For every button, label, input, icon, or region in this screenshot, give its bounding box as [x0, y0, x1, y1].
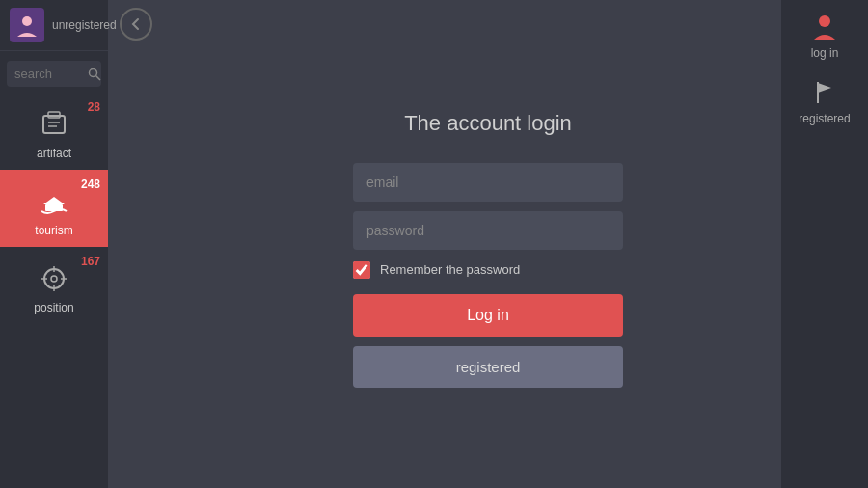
nav-items: 28 artifact 248: [0, 93, 108, 488]
sidebar-item-artifact[interactable]: 28 artifact: [0, 93, 108, 170]
tourism-label: tourism: [35, 224, 72, 237]
sidebar: unregistered 28 artifact 248: [0, 0, 108, 488]
login-button[interactable]: Log in: [353, 294, 623, 337]
back-icon: [128, 16, 144, 32]
login-form-container: The account login Remember the password …: [108, 48, 868, 488]
registered-label: registered: [799, 112, 850, 125]
email-field[interactable]: [353, 163, 623, 202]
artifact-icon: [36, 106, 72, 143]
password-field[interactable]: [353, 211, 623, 250]
svg-point-1: [22, 16, 32, 26]
svg-point-10: [51, 276, 57, 282]
search-bar[interactable]: [7, 61, 101, 87]
flag-icon: [807, 75, 842, 110]
topbar: [108, 0, 868, 48]
svg-point-15: [819, 15, 830, 27]
artifact-label: artifact: [37, 147, 71, 160]
remember-checkbox[interactable]: [353, 261, 370, 279]
position-badge: 167: [81, 255, 100, 268]
remember-row: Remember the password: [353, 259, 623, 281]
person-icon: [807, 10, 842, 44]
right-item-login[interactable]: log in: [807, 10, 842, 60]
tourism-badge: 248: [81, 177, 100, 191]
username-label: unregistered: [52, 18, 117, 32]
main-area: The account login Remember the password …: [108, 0, 868, 488]
right-panel: log in registered: [781, 0, 868, 488]
login-label: log in: [811, 46, 839, 60]
search-icon: [88, 68, 101, 81]
sidebar-item-position[interactable]: 167 position: [0, 247, 108, 324]
remember-label: Remember the password: [380, 262, 520, 277]
form-title: The account login: [404, 111, 572, 136]
svg-line-3: [96, 75, 101, 80]
search-input[interactable]: [14, 67, 82, 81]
right-item-registered[interactable]: registered: [799, 75, 850, 125]
position-label: position: [34, 301, 73, 314]
login-form: Remember the password Log in registered: [353, 163, 623, 388]
svg-point-2: [90, 68, 97, 76]
tourism-icon: [36, 183, 72, 220]
artifact-badge: 28: [88, 100, 100, 114]
sidebar-header: unregistered: [0, 0, 108, 51]
position-icon: [36, 260, 72, 297]
back-button[interactable]: [120, 8, 152, 41]
sidebar-item-tourism[interactable]: 248 tourism: [0, 170, 108, 247]
register-button[interactable]: registered: [353, 346, 623, 388]
avatar: [10, 8, 44, 42]
